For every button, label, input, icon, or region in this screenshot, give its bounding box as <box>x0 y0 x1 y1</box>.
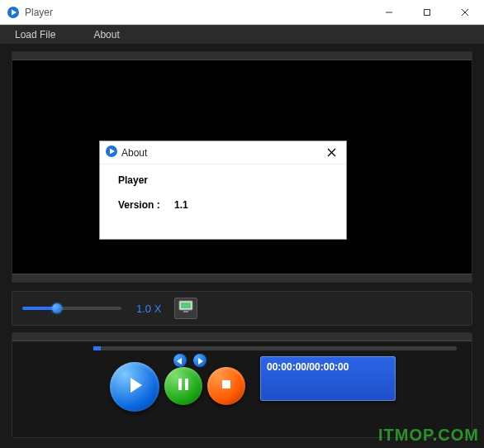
about-dialog-titlebar: About <box>100 141 346 164</box>
speed-panel: 1.0 X <box>12 291 472 326</box>
close-icon <box>327 145 336 160</box>
stop-button[interactable] <box>207 367 245 405</box>
about-dialog-close-button[interactable] <box>321 145 341 160</box>
transport-top-border <box>12 333 472 341</box>
progress-bar[interactable] <box>93 346 457 350</box>
transport-panel: 00:00:00/00:00:00 <box>12 332 472 438</box>
speed-slider[interactable] <box>22 307 121 310</box>
step-forward-button[interactable] <box>193 354 206 367</box>
window-titlebar: Player <box>0 0 484 25</box>
stop-icon <box>219 377 234 395</box>
speed-slider-thumb[interactable] <box>52 303 62 313</box>
about-dialog-title: About <box>121 147 321 159</box>
svg-rect-7 <box>183 311 188 312</box>
triangle-right-icon <box>197 353 203 368</box>
app-icon <box>7 6 20 19</box>
about-dialog-body: Player Version : 1.1 <box>100 164 346 221</box>
menubar: Load File About <box>0 25 484 45</box>
svg-rect-10 <box>222 380 230 388</box>
about-product-name: Player <box>118 174 328 186</box>
maximize-button[interactable] <box>408 0 446 24</box>
pause-icon <box>175 376 192 396</box>
time-text: 00:00:00/00:00:00 <box>267 361 349 373</box>
menu-about[interactable]: About <box>93 29 119 41</box>
watermark-text: ITMOP.COM <box>378 426 479 445</box>
player-body: 1.0 X <box>0 45 484 448</box>
minimize-button[interactable] <box>370 0 408 24</box>
about-version-label: Version : <box>118 199 160 211</box>
video-area-bottom-border <box>12 274 472 282</box>
progress-fill <box>93 346 101 350</box>
about-version-value: 1.1 <box>174 199 188 211</box>
snapshot-button[interactable] <box>174 298 197 319</box>
svg-rect-6 <box>181 303 191 308</box>
play-button[interactable] <box>110 362 159 412</box>
about-dialog-icon <box>105 145 118 161</box>
time-display: 00:00:00/00:00:00 <box>260 356 396 401</box>
svg-rect-9 <box>185 379 188 390</box>
window-title: Player <box>25 7 370 18</box>
pause-button[interactable] <box>164 367 202 405</box>
step-back-button[interactable] <box>173 354 187 367</box>
screen-export-icon <box>178 300 193 317</box>
close-button[interactable] <box>446 0 484 24</box>
speed-value-label: 1.0 X <box>136 303 161 315</box>
window-controls <box>370 0 484 24</box>
video-area-top-border <box>12 52 472 60</box>
menu-load-file[interactable]: Load File <box>15 29 55 41</box>
svg-rect-8 <box>178 379 182 390</box>
svg-rect-2 <box>425 9 430 15</box>
about-dialog: About Player Version : 1.1 <box>99 141 347 240</box>
triangle-left-icon <box>177 353 183 368</box>
about-version-row: Version : 1.1 <box>118 199 328 211</box>
play-icon <box>124 374 145 399</box>
